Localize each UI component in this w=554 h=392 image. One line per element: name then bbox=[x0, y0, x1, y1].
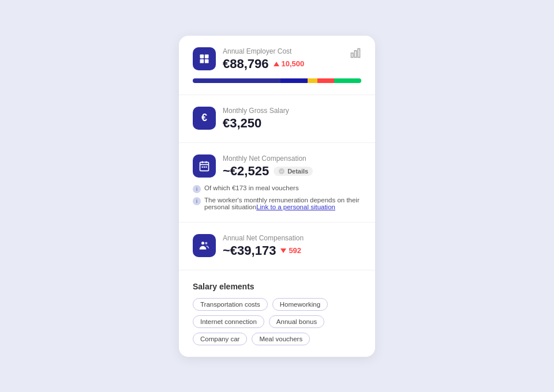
svg-rect-2 bbox=[200, 59, 204, 63]
calendar-icon bbox=[193, 154, 216, 178]
building-icon bbox=[193, 47, 216, 70]
tag-company-car[interactable]: Company car bbox=[193, 333, 247, 345]
progress-segment-5 bbox=[334, 78, 361, 83]
monthly-gross-salary-section: € Monthly Gross Salary €3,250 bbox=[179, 95, 375, 143]
svg-rect-6 bbox=[358, 48, 360, 57]
svg-point-16 bbox=[205, 242, 207, 244]
annual-employer-cost-title: Annual Employer Cost bbox=[223, 47, 343, 55]
annual-employer-cost-section: Annual Employer Cost €88,796 10,500 bbox=[179, 36, 375, 95]
svg-rect-5 bbox=[354, 50, 356, 57]
personal-situation-link[interactable]: Link to a personal situation bbox=[256, 203, 335, 210]
arrow-down-icon bbox=[280, 248, 286, 253]
annual-net-compensation-section: Annual Net Compensation ~€39,173 592 bbox=[179, 223, 375, 270]
svg-rect-0 bbox=[200, 54, 204, 58]
salary-tags-container: Transportation costs Homeworking Interne… bbox=[193, 298, 361, 345]
annual-net-compensation-info: Annual Net Compensation ~€39,173 592 bbox=[223, 234, 361, 258]
monthly-net-info-rows: i Of which €173 in meal vouchers i The w… bbox=[193, 184, 361, 210]
monthly-net-compensation-title: Monthly Net Compensation bbox=[223, 154, 361, 163]
svg-rect-4 bbox=[351, 53, 353, 58]
tag-homeworking[interactable]: Homeworking bbox=[272, 298, 328, 311]
monthly-gross-salary-title: Monthly Gross Salary bbox=[223, 107, 361, 115]
svg-point-14 bbox=[279, 168, 285, 174]
salary-elements-section: Salary elements Transportation costs Hom… bbox=[179, 270, 375, 357]
svg-rect-1 bbox=[205, 54, 209, 58]
svg-point-15 bbox=[201, 242, 204, 244]
monthly-gross-salary-info: Monthly Gross Salary €3,250 bbox=[223, 107, 361, 131]
tag-annual-bonus[interactable]: Annual bonus bbox=[269, 315, 324, 328]
annual-net-compensation-change: 592 bbox=[280, 246, 301, 255]
monthly-net-compensation-value: ~€2,525 Details bbox=[223, 164, 361, 179]
progress-segment-4 bbox=[317, 78, 334, 83]
svg-rect-3 bbox=[205, 59, 209, 63]
info-icon-2: i bbox=[193, 197, 201, 205]
annual-net-compensation-title: Annual Net Compensation bbox=[223, 234, 361, 242]
monthly-net-compensation-section: Monthly Net Compensation ~€2,525 Details… bbox=[179, 143, 375, 223]
monthly-net-compensation-info: Monthly Net Compensation ~€2,525 Details bbox=[223, 154, 361, 179]
annual-employer-cost-info: Annual Employer Cost €88,796 10,500 bbox=[223, 47, 343, 71]
annual-employer-cost-change: 10,500 bbox=[274, 59, 305, 68]
tag-internet-connection[interactable]: Internet connection bbox=[193, 315, 264, 328]
svg-point-11 bbox=[201, 166, 203, 168]
bar-chart-icon[interactable] bbox=[350, 47, 361, 62]
euro-icon: € bbox=[193, 107, 216, 130]
main-card: Annual Employer Cost €88,796 10,500 bbox=[179, 36, 375, 357]
svg-point-12 bbox=[204, 166, 205, 168]
arrow-up-icon bbox=[274, 62, 279, 66]
salary-elements-title: Salary elements bbox=[193, 282, 361, 291]
annual-net-compensation-value: ~€39,173 592 bbox=[223, 243, 361, 258]
tag-meal-vouchers[interactable]: Meal vouchers bbox=[252, 333, 310, 345]
info-icon-1: i bbox=[193, 185, 201, 193]
check-circle-icon bbox=[278, 168, 285, 175]
progress-segment-1 bbox=[193, 78, 280, 83]
meal-vouchers-info: i Of which €173 in meal vouchers bbox=[193, 184, 361, 193]
svg-point-13 bbox=[205, 166, 207, 168]
details-button[interactable]: Details bbox=[274, 167, 313, 176]
annual-employer-cost-value: €88,796 10,500 bbox=[223, 56, 343, 71]
tag-transportation-costs[interactable]: Transportation costs bbox=[193, 298, 268, 311]
personal-situation-info: i The worker's monthly remuneration depe… bbox=[193, 197, 361, 210]
progress-segment-3 bbox=[308, 78, 318, 83]
progress-bar bbox=[193, 78, 361, 83]
progress-segment-2 bbox=[280, 78, 308, 83]
people-icon bbox=[193, 234, 216, 257]
monthly-gross-salary-value: €3,250 bbox=[223, 116, 361, 131]
